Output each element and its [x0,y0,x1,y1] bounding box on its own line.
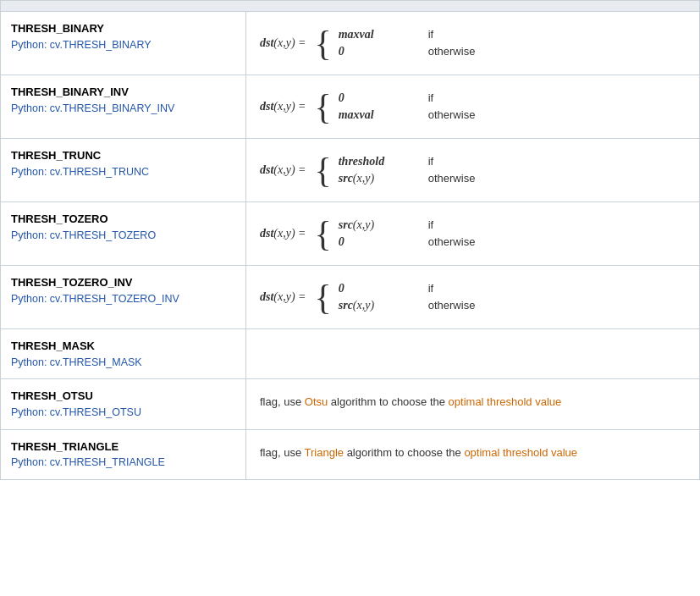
enum-name-col: THRESH_TRUNC Python: cv.THRESH_TRUNC [1,139,246,201]
table-row: THRESH_TRIANGLE Python: cv.THRESH_TRIANG… [1,430,699,479]
enum-name-col: THRESH_BINARY_INV Python: cv.THRESH_BINA… [1,75,246,138]
enum-python: Python: cv.THRESH_BINARY_INV [11,101,235,117]
enum-desc-col: flag, use Triangle algorithm to choose t… [246,430,699,479]
table-row: THRESH_TOZERO_INV Python: cv.THRESH_TOZE… [1,266,699,329]
table-row: THRESH_OTSU Python: cv.THRESH_OTSU flag,… [1,379,699,429]
enum-desc-col: flag, use Otsu algorithm to choose the o… [246,379,699,428]
enum-python: Python: cv.THRESH_BINARY [11,37,235,53]
enum-python: Python: cv.THRESH_TRUNC [11,164,235,180]
table-row: THRESH_TOZERO Python: cv.THRESH_TOZERO d… [1,202,699,266]
enum-name: THRESH_BINARY [11,20,235,37]
enum-name: THRESH_OTSU [11,388,235,405]
enum-name-col: THRESH_TOZERO Python: cv.THRESH_TOZERO [1,202,246,265]
enum-desc-col: dst(x,y) = { 0 if maxval otherwise [246,75,699,138]
enum-python: Python: cv.THRESH_TRIANGLE [11,455,235,471]
enum-name: THRESH_TRIANGLE [11,439,235,455]
enum-name: THRESH_TOZERO [11,211,235,228]
table-row: THRESH_BINARY Python: cv.THRESH_BINARY d… [1,12,699,75]
enum-python: Python: cv.THRESH_TOZERO_INV [11,291,235,307]
enum-name: THRESH_BINARY_INV [11,84,235,101]
enum-name-col: THRESH_TOZERO_INV Python: cv.THRESH_TOZE… [1,266,246,328]
enum-desc-col: dst(x,y) = { threshold if src(x,y) other… [246,139,699,201]
enum-python: Python: cv.THRESH_MASK [11,355,235,371]
enum-name-col: THRESH_MASK Python: cv.THRESH_MASK [1,329,246,378]
table-row: THRESH_BINARY_INV Python: cv.THRESH_BINA… [1,75,699,139]
enum-name-col: THRESH_OTSU Python: cv.THRESH_OTSU [1,379,246,428]
table-row: THRESH_TRUNC Python: cv.THRESH_TRUNC dst… [1,139,699,202]
enum-desc-col: dst(x,y) = { src(x,y) if 0 otherwise [246,202,699,265]
enum-desc-col: dst(x,y) = { 0 if src(x,y) otherwise [246,266,699,328]
enum-desc-col: dst(x,y) = { maxval if 0 otherwise [246,12,699,74]
enum-python: Python: cv.THRESH_TOZERO [11,228,235,244]
enum-name-col: THRESH_TRIANGLE Python: cv.THRESH_TRIANG… [1,430,246,479]
enum-name: THRESH_MASK [11,338,235,355]
enum-name-col: THRESH_BINARY Python: cv.THRESH_BINARY [1,12,246,74]
table-row: THRESH_MASK Python: cv.THRESH_MASK [1,329,699,379]
enum-name: THRESH_TRUNC [11,147,235,164]
table-header [1,1,699,12]
enum-python: Python: cv.THRESH_OTSU [11,405,235,421]
enumerator-table: THRESH_BINARY Python: cv.THRESH_BINARY d… [0,0,700,480]
enum-name: THRESH_TOZERO_INV [11,274,235,291]
enum-desc-col [246,329,699,378]
